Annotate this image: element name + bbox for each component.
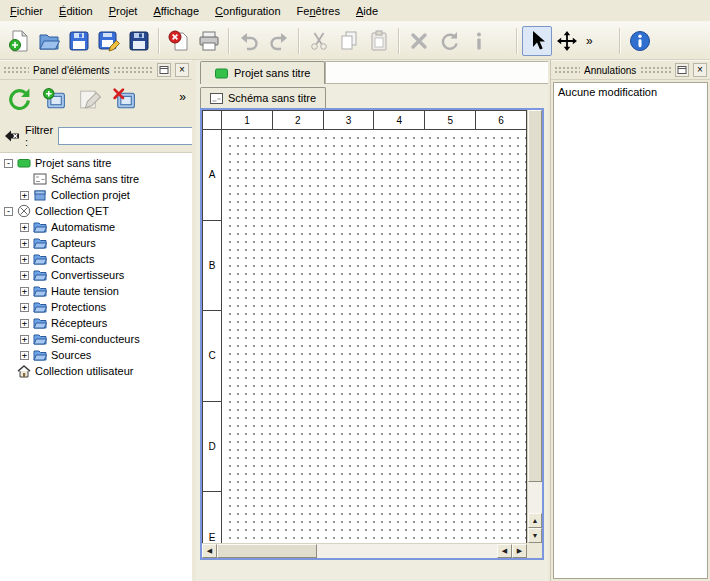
save-all-button[interactable] xyxy=(124,26,154,56)
tree-item-label: Sources xyxy=(51,349,91,361)
reload-collections-button[interactable] xyxy=(3,83,35,115)
elements-panel: Panel d'éléments × » Filtrer : - Projet … xyxy=(0,60,192,581)
tree-item-sources[interactable]: + Sources xyxy=(0,347,192,363)
expand-icon[interactable]: + xyxy=(20,271,29,280)
close-file-icon xyxy=(168,30,190,52)
scroll-left-button[interactable]: ◀ xyxy=(202,544,217,558)
filter-row: Filtrer : xyxy=(0,124,192,148)
schema-viewport[interactable]: 1 2 3 4 5 6 A B C D E xyxy=(202,110,527,543)
close-dock-button[interactable]: × xyxy=(693,63,707,77)
expand-icon[interactable]: + xyxy=(20,351,29,360)
tree-item-label: Haute tension xyxy=(51,285,119,297)
horizontal-scroll-track[interactable] xyxy=(317,544,497,558)
open-file-button[interactable] xyxy=(34,26,64,56)
rotate-button[interactable] xyxy=(434,26,464,56)
vertical-scroll-thumb[interactable] xyxy=(528,110,542,482)
tree-item-recepteurs[interactable]: + Récepteurs xyxy=(0,315,192,331)
folder-icon xyxy=(33,252,47,266)
new-element-button[interactable] xyxy=(38,83,70,115)
tree-item-schema-sans-titre[interactable]: Schéma sans titre xyxy=(0,171,192,187)
dock-grip[interactable] xyxy=(3,66,29,74)
delete-element-button[interactable] xyxy=(108,83,140,115)
delete-button[interactable] xyxy=(404,26,434,56)
expand-icon[interactable]: + xyxy=(20,239,29,248)
print-button[interactable] xyxy=(194,26,224,56)
filter-input[interactable] xyxy=(58,127,208,145)
save-all-icon xyxy=(128,30,150,52)
save-as-button[interactable] xyxy=(94,26,124,56)
about-button[interactable] xyxy=(625,26,655,56)
drawing-grid[interactable] xyxy=(223,131,526,543)
tree-item-automatisme[interactable]: + Automatisme xyxy=(0,219,192,235)
close-dock-button[interactable]: × xyxy=(175,63,189,77)
menu-configuration[interactable]: Configuration xyxy=(207,1,288,21)
tab-projet-sans-titre[interactable]: Projet sans titre xyxy=(200,61,325,84)
tree-item-capteurs[interactable]: + Capteurs xyxy=(0,235,192,251)
collapse-icon[interactable]: - xyxy=(4,159,13,168)
dock-grip[interactable] xyxy=(554,66,580,74)
close-file-button[interactable] xyxy=(164,26,194,56)
tree-item-convertisseurs[interactable]: + Convertisseurs xyxy=(0,267,192,283)
reload-icon xyxy=(7,87,32,112)
paste-button[interactable] xyxy=(364,26,394,56)
tree-item-projet-sans-titre[interactable]: - Projet sans titre xyxy=(0,155,192,171)
float-dock-button[interactable] xyxy=(675,63,689,77)
new-file-button[interactable] xyxy=(4,26,34,56)
tab-schema-sans-titre[interactable]: Schéma sans titre xyxy=(200,87,326,108)
menu-aide[interactable]: Aide xyxy=(348,1,386,21)
tree-item-collection-utilisateur[interactable]: Collection utilisateur xyxy=(0,363,192,379)
expand-icon[interactable]: + xyxy=(20,319,29,328)
scroll-left-button-2[interactable]: ◀ xyxy=(497,544,512,558)
tree-item-collection-projet[interactable]: + Collection projet xyxy=(0,187,192,203)
expand-icon[interactable]: + xyxy=(20,255,29,264)
elements-tree[interactable]: - Projet sans titre Schéma sans titre + … xyxy=(0,152,192,581)
undo-icon xyxy=(238,30,260,52)
copy-button[interactable] xyxy=(334,26,364,56)
tree-item-haute-tension[interactable]: + Haute tension xyxy=(0,283,192,299)
move-tool-button[interactable] xyxy=(552,26,582,56)
vertical-scrollbar[interactable]: ▲ ▼ xyxy=(527,110,542,543)
float-dock-button[interactable] xyxy=(157,63,171,77)
horizontal-scroll-thumb[interactable] xyxy=(217,544,317,558)
scroll-up-button[interactable]: ▲ xyxy=(528,513,542,528)
dock-grip[interactable] xyxy=(640,66,671,74)
undo-panel-titlebar[interactable]: Annulations × xyxy=(551,60,710,80)
info-button[interactable] xyxy=(464,26,494,56)
panel-toolbar-overflow-button[interactable]: » xyxy=(175,90,190,104)
toolbar-overflow-button[interactable]: » xyxy=(582,34,597,48)
undo-history-list[interactable]: Aucune modification xyxy=(553,82,708,579)
undo-button[interactable] xyxy=(234,26,264,56)
tree-item-contacts[interactable]: + Contacts xyxy=(0,251,192,267)
scroll-down-button[interactable]: ▼ xyxy=(528,528,542,543)
menu-affichage[interactable]: Affichage xyxy=(145,1,207,21)
tree-item-label: Récepteurs xyxy=(51,317,107,329)
menu-fenetres[interactable]: Fenêtres xyxy=(289,1,348,21)
elements-panel-titlebar[interactable]: Panel d'éléments × xyxy=(0,60,192,80)
dock-grip[interactable] xyxy=(113,66,153,74)
expand-icon[interactable]: + xyxy=(20,303,29,312)
expand-icon[interactable]: + xyxy=(20,191,29,200)
expand-icon[interactable]: + xyxy=(20,287,29,296)
redo-button[interactable] xyxy=(264,26,294,56)
menu-projet[interactable]: Projet xyxy=(101,1,146,21)
clear-filter-icon[interactable] xyxy=(4,128,20,144)
tree-item-semi-conducteurs[interactable]: + Semi-conducteurs xyxy=(0,331,192,347)
toolbar-separator xyxy=(516,28,518,54)
tree-item-protections[interactable]: + Protections xyxy=(0,299,192,315)
select-tool-button[interactable] xyxy=(522,26,552,56)
edit-element-button[interactable] xyxy=(73,83,105,115)
save-button[interactable] xyxy=(64,26,94,56)
expand-icon[interactable]: + xyxy=(20,335,29,344)
horizontal-scrollbar[interactable]: ◀ ◀ ▶ xyxy=(202,543,527,558)
tree-item-collection-qet[interactable]: - Collection QET xyxy=(0,203,192,219)
schema-sheet[interactable]: 1 2 3 4 5 6 A B C D E xyxy=(202,110,527,543)
collapse-icon[interactable]: - xyxy=(4,207,13,216)
tree-item-label: Collection projet xyxy=(51,189,130,201)
cut-button[interactable] xyxy=(304,26,334,56)
expand-icon[interactable]: + xyxy=(20,223,29,232)
vertical-scroll-track[interactable] xyxy=(528,482,542,513)
menu-fichier[interactable]: Fichier xyxy=(2,1,51,21)
menu-edition[interactable]: Édition xyxy=(51,1,101,21)
scroll-right-button[interactable]: ▶ xyxy=(512,544,527,558)
project-icon xyxy=(215,68,228,79)
